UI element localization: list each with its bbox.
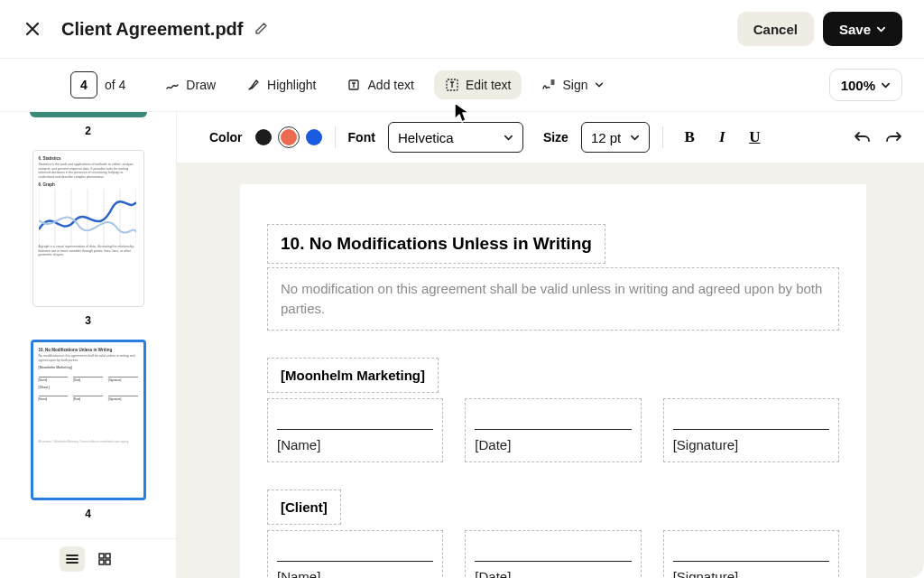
canvas[interactable]: 10. No Modifications Unless in Writing N… xyxy=(177,163,924,578)
thumbnail-page-4[interactable]: 10. No Modifications Unless in Writing N… xyxy=(31,340,146,500)
color-swatch-orange[interactable] xyxy=(281,129,297,145)
save-button[interactable]: Save xyxy=(823,12,902,46)
sign-icon xyxy=(541,78,556,92)
zoom-select[interactable]: 100% xyxy=(829,69,902,101)
party2-name-field[interactable]: [Name] xyxy=(267,530,443,579)
tool-highlight[interactable]: Highlight xyxy=(236,70,327,99)
section-title[interactable]: 10. No Modifications Unless in Writing xyxy=(267,224,605,264)
highlight-icon xyxy=(246,78,261,92)
thumbnail-label-3: 3 xyxy=(16,314,160,327)
view-grid-button[interactable] xyxy=(92,546,117,572)
underline-button[interactable]: U xyxy=(741,124,768,151)
color-label: Color xyxy=(209,130,243,144)
tool-edit-text[interactable]: Edit text xyxy=(434,70,522,99)
thumbnail-sidebar: 2 6. Statistics Statistics is the tools … xyxy=(0,112,177,578)
chart-thumbnail xyxy=(39,189,136,245)
draw-icon xyxy=(165,78,180,92)
chevron-down-icon xyxy=(881,80,891,90)
rename-button[interactable] xyxy=(254,21,271,37)
size-label: Size xyxy=(543,130,568,144)
section-body[interactable]: No modification on this agreement shall … xyxy=(267,267,839,331)
page-number-input[interactable]: 4 xyxy=(70,71,97,98)
chevron-down-icon xyxy=(504,133,513,143)
tool-add-text[interactable]: Add text xyxy=(337,70,425,99)
party2-signature-field[interactable]: [Signature] xyxy=(663,530,839,579)
edit-text-icon xyxy=(445,78,459,92)
thumbnail-page-3[interactable]: 6. Statistics Statistics is the tools an… xyxy=(32,150,144,307)
svg-rect-10 xyxy=(106,554,110,558)
party1-name-field[interactable]: [Name] xyxy=(267,398,443,462)
italic-button[interactable]: I xyxy=(708,124,735,151)
undo-icon xyxy=(854,130,872,144)
close-icon xyxy=(24,21,41,37)
chevron-down-icon xyxy=(630,133,640,143)
font-label: Font xyxy=(348,130,375,144)
view-list-button[interactable] xyxy=(60,546,85,572)
page-total: of 4 xyxy=(105,78,125,92)
party1-date-field[interactable]: [Date] xyxy=(465,398,641,462)
party-1-title[interactable]: [Moonhelm Marketing] xyxy=(267,358,439,393)
thumbnail-page-2-partial[interactable] xyxy=(30,112,147,117)
grid-icon xyxy=(97,552,112,566)
chevron-down-icon xyxy=(595,80,604,89)
size-select[interactable]: 12 pt xyxy=(581,122,650,153)
party1-signature-field[interactable]: [Signature] xyxy=(663,398,839,462)
chevron-down-icon xyxy=(876,24,886,34)
thumbnail-label-2: 2 xyxy=(16,125,160,137)
party2-date-field[interactable]: [Date] xyxy=(465,530,641,579)
party-2-title[interactable]: [Client] xyxy=(267,489,341,525)
document-title: Client Agreement.pdf xyxy=(61,19,244,40)
color-swatch-black[interactable] xyxy=(255,129,272,145)
svg-rect-9 xyxy=(99,554,104,558)
svg-rect-11 xyxy=(99,560,104,564)
redo-icon xyxy=(884,130,902,144)
undo-button[interactable] xyxy=(854,130,872,144)
page-4: 10. No Modifications Unless in Writing N… xyxy=(240,184,866,578)
thumbnail-label-4: 4 xyxy=(16,508,160,520)
cancel-button[interactable]: Cancel xyxy=(737,12,814,46)
tool-draw[interactable]: Draw xyxy=(154,70,226,99)
pencil-icon xyxy=(254,21,269,35)
tool-sign[interactable]: Sign xyxy=(531,70,614,99)
save-button-label: Save xyxy=(839,22,871,37)
redo-button[interactable] xyxy=(884,130,902,144)
color-swatch-blue[interactable] xyxy=(306,129,322,145)
close-button[interactable] xyxy=(22,18,43,40)
add-text-icon xyxy=(347,78,362,92)
format-bar: Color Font Helvetica Size 12 pt B I U xyxy=(177,112,924,163)
list-icon xyxy=(65,552,79,566)
svg-rect-12 xyxy=(106,560,110,564)
font-select[interactable]: Helvetica xyxy=(388,122,523,153)
bold-button[interactable]: B xyxy=(676,124,703,151)
